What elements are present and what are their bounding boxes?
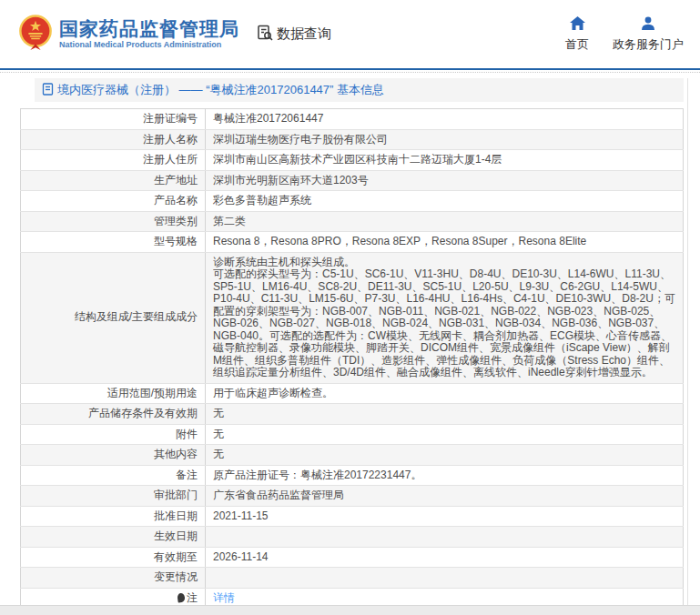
org-name-cn: 国家药品监督管理局 <box>59 18 239 40</box>
nav-home[interactable]: 首页 <box>565 16 589 53</box>
header-nav: 首页 政务服务门户 <box>565 16 684 53</box>
row-label: 变更情况 <box>21 568 206 589</box>
user-icon <box>641 16 655 34</box>
row-value: 深圳市光明新区南环大道1203号 <box>206 170 684 191</box>
row-label: 附件 <box>21 424 206 445</box>
row-label: 型号规格 <box>21 232 206 253</box>
row-label: 注册人名称 <box>21 129 206 150</box>
row-value: 2021-11-15 <box>206 506 684 527</box>
row-label: 审批部门 <box>21 486 206 507</box>
row-value: Resona 8，Resona 8PRO，Resona 8EXP，Resona … <box>206 232 684 253</box>
org-name-en: National Medical Products Administration <box>59 40 239 50</box>
china-national-emblem-icon <box>18 15 53 55</box>
row-label: 生产地址 <box>21 170 206 191</box>
table-row: 产品储存条件及有效期无 <box>21 404 684 425</box>
table-row: 管理类别第二类 <box>21 211 684 232</box>
row-value: 深圳迈瑞生物医疗电子股份有限公司 <box>206 129 684 150</box>
row-label: 批准日期 <box>21 506 206 527</box>
row-label: 注册证编号 <box>21 109 206 130</box>
row-value: 诊断系统由主机和探头组成。 可选配的探头型号为：C5-1U、SC6-1U、V11… <box>206 252 684 383</box>
row-value: 第二类 <box>206 211 684 232</box>
row-label: 结构及组成/主要组成成分 <box>21 252 206 383</box>
table-row: 批准日期2021-11-15 <box>21 506 684 527</box>
nav-home-label: 首页 <box>565 36 589 53</box>
data-query-icon <box>256 24 277 45</box>
row-label: 生效日期 <box>21 527 206 548</box>
table-row: 适用范围/预期用途用于临床超声诊断检查。 <box>21 383 684 404</box>
row-label: 有效期至 <box>21 547 206 568</box>
row-value: 用于临床超声诊断检查。 <box>206 383 684 404</box>
table-row: 注册人名称深圳迈瑞生物医疗电子股份有限公司 <box>21 129 684 150</box>
breadcrumb-text: 境内医疗器械（注册） —— “粤械注准20172061447” 基本信息 <box>57 82 384 98</box>
row-value: 广东省食品药品监督管理局 <box>206 486 684 507</box>
home-icon <box>570 16 585 34</box>
nav-gov-portal[interactable]: 政务服务门户 <box>613 16 684 53</box>
detail-link[interactable]: 详情 <box>213 591 235 604</box>
table-row: 审批部门广东省食品药品监督管理局 <box>21 486 684 507</box>
table-row: 变更情况 <box>21 568 684 589</box>
table-row: 备注原产品注册证号：粤械注准20172231447。 <box>21 465 684 486</box>
table-row: 产品名称彩色多普勒超声系统 <box>21 191 684 212</box>
table-row: 其他内容无 <box>21 445 684 466</box>
row-value: 粤械注准20172061447 <box>206 109 684 130</box>
row-label: 适用范围/预期用途 <box>21 383 206 404</box>
row-label: 产品储存条件及有效期 <box>21 404 206 425</box>
table-row: 结构及组成/主要组成成分诊断系统由主机和探头组成。 可选配的探头型号为：C5-1… <box>21 252 684 383</box>
data-query-label: 数据查询 <box>277 25 331 43</box>
main-content: 境内医疗器械（注册） —— “粤械注准20172061447” 基本信息 注册证… <box>0 73 700 609</box>
data-query-section: 数据查询 <box>256 24 331 45</box>
table-row: 生效日期 <box>21 527 684 548</box>
table-row: 型号规格Resona 8，Resona 8PRO，Resona 8EXP，Res… <box>21 232 684 253</box>
row-value: 无 <box>206 424 684 445</box>
table-row: 附件无 <box>21 424 684 445</box>
nav-gov-portal-label: 政务服务门户 <box>613 36 684 53</box>
row-label: 其他内容 <box>21 445 206 466</box>
footer-strip <box>0 605 700 615</box>
row-label: 备注 <box>21 465 206 486</box>
row-value: 2026-11-14 <box>206 547 684 568</box>
table-row: 注册人住所深圳市南山区高新技术产业园区科技南十二路迈瑞大厦1-4层 <box>21 150 684 171</box>
row-label: 产品名称 <box>21 191 206 212</box>
table-row: 注册证编号粤械注准20172061447 <box>21 109 684 130</box>
breadcrumb: 境内医疗器械（注册） —— “粤械注准20172061447” 基本信息 <box>35 78 684 102</box>
document-icon <box>42 83 57 98</box>
site-header: 国家药品监督管理局 National Medical Products Admi… <box>0 0 700 70</box>
registration-info-table: 注册证编号粤械注准20172061447注册人名称深圳迈瑞生物医疗电子股份有限公… <box>20 108 684 609</box>
row-value: 原产品注册证号：粤械注准20172231447。 <box>206 465 684 486</box>
info-table-body: 注册证编号粤械注准20172061447注册人名称深圳迈瑞生物医疗电子股份有限公… <box>21 109 684 609</box>
row-label: 管理类别 <box>21 211 206 232</box>
note-icon <box>177 592 185 602</box>
row-value: 彩色多普勒超声系统 <box>206 191 684 212</box>
row-value: 无 <box>206 404 684 425</box>
row-value <box>206 527 684 548</box>
row-value <box>206 568 684 589</box>
row-value: 无 <box>206 445 684 466</box>
table-row: 生产地址深圳市光明新区南环大道1203号 <box>21 170 684 191</box>
table-row: 有效期至2026-11-14 <box>21 547 684 568</box>
org-title-block: 国家药品监督管理局 National Medical Products Admi… <box>59 18 239 50</box>
row-value: 深圳市南山区高新技术产业园区科技南十二路迈瑞大厦1-4层 <box>206 150 684 171</box>
row-label: 注册人住所 <box>21 150 206 171</box>
